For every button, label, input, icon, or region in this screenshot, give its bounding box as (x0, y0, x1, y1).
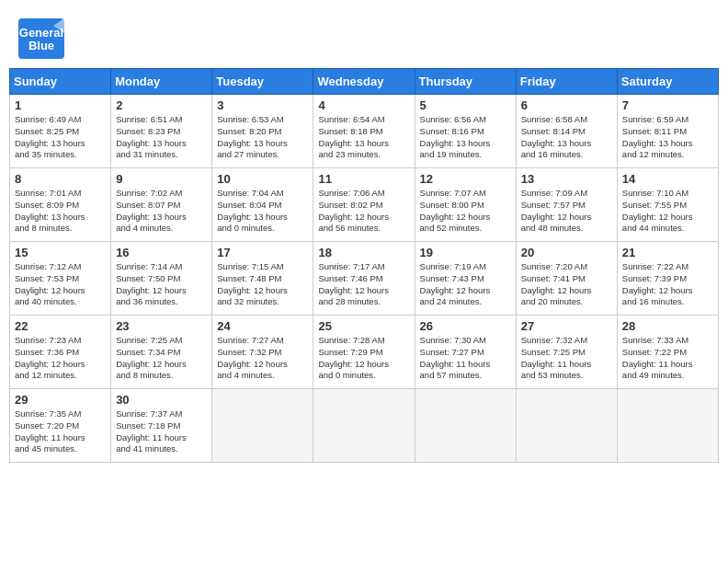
day-number: 26 (420, 319, 511, 333)
day-info: Sunrise: 6:59 AM Sunset: 8:11 PM Dayligh… (622, 114, 713, 161)
day-number: 22 (15, 319, 106, 333)
calendar-cell: 25Sunrise: 7:28 AM Sunset: 7:29 PM Dayli… (313, 316, 415, 389)
day-number: 24 (217, 319, 308, 333)
calendar-week-row: 1Sunrise: 6:49 AM Sunset: 8:25 PM Daylig… (10, 95, 719, 168)
day-info: Sunrise: 7:01 AM Sunset: 8:09 PM Dayligh… (15, 188, 106, 235)
logo-icon: General Blue (18, 18, 64, 59)
day-number: 23 (116, 319, 207, 333)
day-info: Sunrise: 7:07 AM Sunset: 8:00 PM Dayligh… (420, 188, 511, 235)
calendar-cell: 8Sunrise: 7:01 AM Sunset: 8:09 PM Daylig… (10, 168, 111, 242)
day-number: 10 (217, 172, 308, 186)
calendar-cell: 22Sunrise: 7:23 AM Sunset: 7:36 PM Dayli… (10, 316, 111, 389)
day-number: 16 (116, 246, 207, 259)
day-number: 3 (217, 98, 308, 112)
calendar-cell: 3Sunrise: 6:53 AM Sunset: 8:20 PM Daylig… (212, 95, 313, 168)
calendar-cell: 29Sunrise: 7:35 AM Sunset: 7:20 PM Dayli… (10, 389, 111, 463)
calendar-cell: 23Sunrise: 7:25 AM Sunset: 7:34 PM Dayli… (111, 316, 212, 389)
day-info: Sunrise: 7:33 AM Sunset: 7:22 PM Dayligh… (622, 335, 713, 382)
calendar-cell: 30Sunrise: 7:37 AM Sunset: 7:18 PM Dayli… (111, 389, 212, 463)
calendar-cell: 28Sunrise: 7:33 AM Sunset: 7:22 PM Dayli… (617, 316, 718, 389)
day-number: 20 (521, 246, 612, 259)
day-info: Sunrise: 7:04 AM Sunset: 8:04 PM Dayligh… (217, 188, 308, 235)
calendar-cell: 1Sunrise: 6:49 AM Sunset: 8:25 PM Daylig… (10, 95, 111, 168)
day-info: Sunrise: 7:02 AM Sunset: 8:07 PM Dayligh… (116, 188, 207, 235)
calendar-cell: 15Sunrise: 7:12 AM Sunset: 7:53 PM Dayli… (10, 242, 111, 316)
day-number: 1 (15, 98, 106, 112)
calendar-cell: 10Sunrise: 7:04 AM Sunset: 8:04 PM Dayli… (212, 168, 313, 242)
day-number: 11 (318, 172, 409, 186)
day-info: Sunrise: 7:06 AM Sunset: 8:02 PM Dayligh… (318, 188, 409, 235)
day-number: 6 (521, 98, 612, 112)
calendar-cell: 16Sunrise: 7:14 AM Sunset: 7:50 PM Dayli… (111, 242, 212, 316)
calendar-week-row: 15Sunrise: 7:12 AM Sunset: 7:53 PM Dayli… (10, 242, 719, 316)
calendar-cell: 13Sunrise: 7:09 AM Sunset: 7:57 PM Dayli… (516, 168, 617, 242)
calendar-cell: 14Sunrise: 7:10 AM Sunset: 7:55 PM Dayli… (617, 168, 718, 242)
day-info: Sunrise: 7:14 AM Sunset: 7:50 PM Dayligh… (116, 261, 207, 308)
day-info: Sunrise: 6:49 AM Sunset: 8:25 PM Dayligh… (15, 114, 106, 161)
calendar-week-row: 22Sunrise: 7:23 AM Sunset: 7:36 PM Dayli… (10, 316, 719, 389)
calendar-cell: 24Sunrise: 7:27 AM Sunset: 7:32 PM Dayli… (212, 316, 313, 389)
day-info: Sunrise: 7:32 AM Sunset: 7:25 PM Dayligh… (521, 335, 612, 382)
weekday-header: Wednesday (313, 69, 415, 95)
day-number: 8 (15, 172, 106, 186)
weekday-header: Tuesday (212, 69, 313, 95)
day-info: Sunrise: 7:12 AM Sunset: 7:53 PM Dayligh… (15, 261, 106, 308)
calendar-cell: 20Sunrise: 7:20 AM Sunset: 7:41 PM Dayli… (516, 242, 617, 316)
day-number: 13 (521, 172, 612, 186)
day-info: Sunrise: 7:19 AM Sunset: 7:43 PM Dayligh… (420, 261, 511, 308)
calendar-cell: 9Sunrise: 7:02 AM Sunset: 8:07 PM Daylig… (111, 168, 212, 242)
day-number: 30 (116, 393, 207, 407)
day-info: Sunrise: 7:17 AM Sunset: 7:46 PM Dayligh… (318, 261, 409, 308)
day-number: 14 (622, 172, 713, 186)
calendar-cell (415, 389, 516, 463)
day-info: Sunrise: 7:10 AM Sunset: 7:55 PM Dayligh… (622, 188, 713, 235)
day-info: Sunrise: 7:22 AM Sunset: 7:39 PM Dayligh… (622, 261, 713, 308)
day-number: 19 (420, 246, 511, 259)
calendar-cell: 18Sunrise: 7:17 AM Sunset: 7:46 PM Dayli… (313, 242, 415, 316)
weekday-header: Monday (111, 69, 212, 95)
calendar-cell: 17Sunrise: 7:15 AM Sunset: 7:48 PM Dayli… (212, 242, 313, 316)
day-number: 15 (15, 246, 106, 259)
day-info: Sunrise: 6:51 AM Sunset: 8:23 PM Dayligh… (116, 114, 207, 161)
calendar-cell: 2Sunrise: 6:51 AM Sunset: 8:23 PM Daylig… (111, 95, 212, 168)
day-info: Sunrise: 7:25 AM Sunset: 7:34 PM Dayligh… (116, 335, 207, 382)
day-number: 18 (318, 246, 409, 259)
logo: General Blue (18, 18, 64, 59)
calendar-cell: 6Sunrise: 6:58 AM Sunset: 8:14 PM Daylig… (516, 95, 617, 168)
calendar-cell: 27Sunrise: 7:32 AM Sunset: 7:25 PM Dayli… (516, 316, 617, 389)
day-info: Sunrise: 6:56 AM Sunset: 8:16 PM Dayligh… (420, 114, 511, 161)
calendar-cell (516, 389, 617, 463)
calendar-cell: 11Sunrise: 7:06 AM Sunset: 8:02 PM Dayli… (313, 168, 415, 242)
day-number: 4 (318, 98, 409, 112)
day-info: Sunrise: 6:53 AM Sunset: 8:20 PM Dayligh… (217, 114, 308, 161)
calendar-cell: 19Sunrise: 7:19 AM Sunset: 7:43 PM Dayli… (415, 242, 516, 316)
calendar-cell: 7Sunrise: 6:59 AM Sunset: 8:11 PM Daylig… (617, 95, 718, 168)
calendar-cell: 26Sunrise: 7:30 AM Sunset: 7:27 PM Dayli… (415, 316, 516, 389)
weekday-header: Sunday (10, 69, 111, 95)
day-number: 5 (420, 98, 511, 112)
day-number: 28 (622, 319, 713, 333)
day-number: 25 (318, 319, 409, 333)
day-number: 17 (217, 246, 308, 259)
svg-text:Blue: Blue (28, 39, 54, 52)
day-info: Sunrise: 7:20 AM Sunset: 7:41 PM Dayligh… (521, 261, 612, 308)
day-info: Sunrise: 7:28 AM Sunset: 7:29 PM Dayligh… (318, 335, 409, 382)
calendar-cell: 4Sunrise: 6:54 AM Sunset: 8:18 PM Daylig… (313, 95, 415, 168)
weekday-header: Friday (516, 69, 617, 95)
calendar-cell: 12Sunrise: 7:07 AM Sunset: 8:00 PM Dayli… (415, 168, 516, 242)
calendar-table: SundayMondayTuesdayWednesdayThursdayFrid… (9, 68, 719, 463)
page-header: General Blue (9, 9, 719, 63)
day-info: Sunrise: 7:37 AM Sunset: 7:18 PM Dayligh… (116, 408, 207, 455)
calendar-week-row: 8Sunrise: 7:01 AM Sunset: 8:09 PM Daylig… (10, 168, 719, 242)
calendar-cell: 5Sunrise: 6:56 AM Sunset: 8:16 PM Daylig… (415, 95, 516, 168)
calendar-week-row: 29Sunrise: 7:35 AM Sunset: 7:20 PM Dayli… (10, 389, 719, 463)
day-number: 29 (15, 393, 106, 407)
day-info: Sunrise: 7:27 AM Sunset: 7:32 PM Dayligh… (217, 335, 308, 382)
day-info: Sunrise: 7:15 AM Sunset: 7:48 PM Dayligh… (217, 261, 308, 308)
day-info: Sunrise: 7:09 AM Sunset: 7:57 PM Dayligh… (521, 188, 612, 235)
calendar-cell (313, 389, 415, 463)
calendar-cell (617, 389, 718, 463)
calendar-cell (212, 389, 313, 463)
day-number: 27 (521, 319, 612, 333)
day-number: 7 (622, 98, 713, 112)
